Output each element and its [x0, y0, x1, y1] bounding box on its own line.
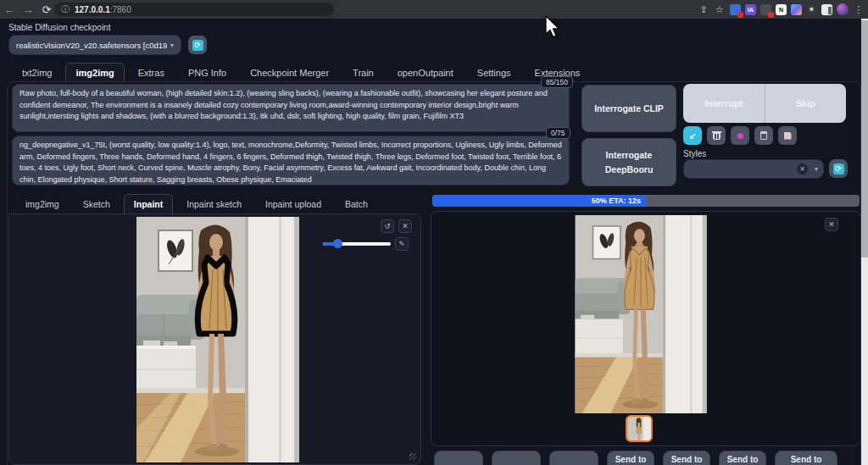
scrollbar-thumb[interactable]: [861, 20, 868, 257]
subtab-img2img[interactable]: img2img: [15, 194, 70, 213]
extension-icon-ia[interactable]: IA: [745, 4, 756, 15]
extension-badge: [737, 12, 743, 18]
prompt-tools-row: ↙: [683, 126, 797, 145]
save-style-button[interactable]: [778, 126, 797, 145]
generation-progress-bar: 50% ETA: 12s: [432, 195, 860, 207]
progress-label: 50% ETA: 12s: [592, 197, 646, 205]
send-to-openoutpaint-button[interactable]: Send to: [775, 451, 837, 465]
save-button[interactable]: [434, 451, 483, 465]
tab-img2img[interactable]: img2img: [65, 63, 124, 82]
styles-refresh-button[interactable]: ⟳: [829, 159, 848, 178]
tab-settings[interactable]: Settings: [467, 63, 521, 82]
chevron-down-icon: ▾: [815, 165, 818, 173]
sidebar-toggle-icon[interactable]: [821, 4, 832, 15]
tab-train[interactable]: Train: [342, 63, 384, 82]
url-port: :7860: [110, 5, 131, 14]
prompt-token-counter: 85/150: [541, 76, 573, 88]
output-gallery-panel: ✕: [431, 211, 861, 446]
zip-button[interactable]: [492, 451, 541, 465]
extra-networks-button[interactable]: [731, 126, 749, 145]
extension-icon-1[interactable]: [730, 4, 741, 15]
prompt-input[interactable]: Raw photo, full-body of a beautiful woma…: [12, 84, 570, 132]
progress-fill: 50% ETA: 12s: [432, 195, 646, 207]
interrogate-deepbooru-button[interactable]: Interrogate DeepBooru: [581, 138, 676, 186]
clipboard-icon: [760, 131, 767, 140]
tab-openoutpaint[interactable]: openOutpaint: [387, 63, 464, 82]
checkpoint-value: realisticVisionV20_v20.safetensors [c0d1…: [16, 41, 167, 50]
skip-button[interactable]: Skip: [765, 84, 847, 123]
extension-icon-3[interactable]: ★: [806, 4, 817, 15]
extra-networks-icon: [737, 133, 743, 139]
refresh-icon: ⟳: [833, 163, 844, 174]
url-host: 127.0.0.1: [75, 5, 110, 14]
site-info-icon[interactable]: ⓘ: [61, 3, 70, 15]
brush-icon[interactable]: ✎: [395, 237, 409, 251]
generated-output-image[interactable]: [570, 215, 711, 413]
send-to-img2img-button[interactable]: [549, 451, 598, 465]
extension-badge: [768, 12, 774, 18]
mouse-cursor: [544, 15, 559, 39]
send-to-extras-button[interactable]: Send to: [719, 451, 766, 465]
clear-prompt-button[interactable]: [707, 126, 726, 145]
brush-size-slider[interactable]: [323, 242, 391, 246]
clear-styles-icon[interactable]: ✕: [797, 163, 808, 174]
checkpoint-dropdown[interactable]: realisticVisionV20_v20.safetensors [c0d1…: [8, 35, 181, 55]
send-to-sketch-button[interactable]: Send to: [663, 451, 710, 465]
back-icon[interactable]: ←: [0, 3, 19, 16]
img2img-mode-tabs: img2img Sketch Inpaint Inpaint sketch In…: [15, 194, 378, 213]
subtab-inpaint[interactable]: Inpaint: [124, 194, 173, 213]
subtab-inpaint-upload[interactable]: Inpaint upload: [255, 194, 331, 213]
close-output-icon[interactable]: ✕: [825, 218, 838, 231]
app-window: ← → ⟳ ⓘ 127.0.0.1 :7860 ⇪ ☆ IA N ★ ⋮ Sta…: [0, 0, 868, 465]
canvas-resize-handle[interactable]: [409, 453, 416, 460]
subtab-sketch[interactable]: Sketch: [73, 194, 120, 213]
inpaint-source-image-with-mask[interactable]: [136, 217, 299, 462]
negative-prompt-token-counter: 0/75: [546, 127, 570, 139]
tab-png-info[interactable]: PNG Info: [178, 63, 236, 82]
negative-prompt-input[interactable]: ng_deepnegative_v1_75t, (worst quality, …: [12, 136, 570, 185]
browser-menu-icon[interactable]: ⋮: [853, 4, 865, 15]
reload-icon[interactable]: ⟳: [37, 3, 56, 16]
checkpoint-refresh-button[interactable]: ⟳: [188, 36, 207, 54]
subtab-batch[interactable]: Batch: [335, 194, 378, 213]
send-to-inpaint-button[interactable]: Send to: [607, 451, 654, 465]
share-icon[interactable]: ⇪: [698, 4, 709, 15]
checkpoint-label: Stable Diffusion checkpoint: [8, 23, 110, 32]
interrogate-clip-button[interactable]: Interrogate CLIP: [581, 85, 676, 132]
tab-txt2img[interactable]: txt2img: [12, 63, 62, 82]
profile-avatar[interactable]: [837, 3, 849, 15]
undo-icon[interactable]: ↺: [381, 219, 394, 233]
inpaint-canvas-panel: ↺ ✕ ✎: [8, 213, 421, 465]
apply-style-button[interactable]: [754, 126, 773, 145]
generation-control-group: Interrupt Skip: [683, 84, 846, 123]
refresh-icon: ⟳: [192, 40, 203, 51]
tab-extras[interactable]: Extras: [128, 63, 175, 82]
address-bar[interactable]: ⓘ 127.0.0.1 :7860: [54, 3, 334, 16]
chevron-down-icon: ▾: [170, 42, 174, 49]
tab-checkpoint-merger[interactable]: Checkpoint Merger: [240, 63, 339, 82]
extension-icon-2[interactable]: [760, 4, 771, 15]
clear-image-icon[interactable]: ✕: [398, 219, 412, 233]
arrow-down-left-icon: ↙: [688, 130, 696, 141]
subtab-inpaint-sketch[interactable]: Inpaint sketch: [176, 194, 252, 213]
slider-handle[interactable]: [333, 239, 342, 248]
brush-size-control: ✎: [323, 237, 409, 251]
styles-label: Styles: [683, 149, 706, 158]
gallery-actions-row: Send to Send to Send to Send to: [434, 451, 837, 465]
trash-icon: [713, 131, 721, 140]
styles-dropdown[interactable]: ✕ ▾: [683, 159, 824, 179]
bookmark-star-icon[interactable]: ☆: [714, 4, 726, 15]
page-scrollbar[interactable]: [861, 19, 868, 465]
extension-icon-notion[interactable]: N: [776, 4, 787, 15]
read-generation-params-button[interactable]: ↙: [683, 126, 702, 145]
thumbnail-image: [627, 417, 651, 442]
main-tab-bar: txt2img img2img Extras PNG Info Checkpoi…: [12, 63, 590, 82]
interrupt-button[interactable]: Interrupt: [683, 84, 765, 123]
extension-icon-diamond[interactable]: [791, 4, 802, 15]
forward-icon[interactable]: →: [19, 3, 37, 16]
save-icon: [784, 132, 792, 140]
browser-toolbar: ← → ⟳ ⓘ 127.0.0.1 :7860 ⇪ ☆ IA N ★ ⋮: [0, 0, 868, 19]
gallery-thumbnail-selected[interactable]: [626, 415, 653, 442]
